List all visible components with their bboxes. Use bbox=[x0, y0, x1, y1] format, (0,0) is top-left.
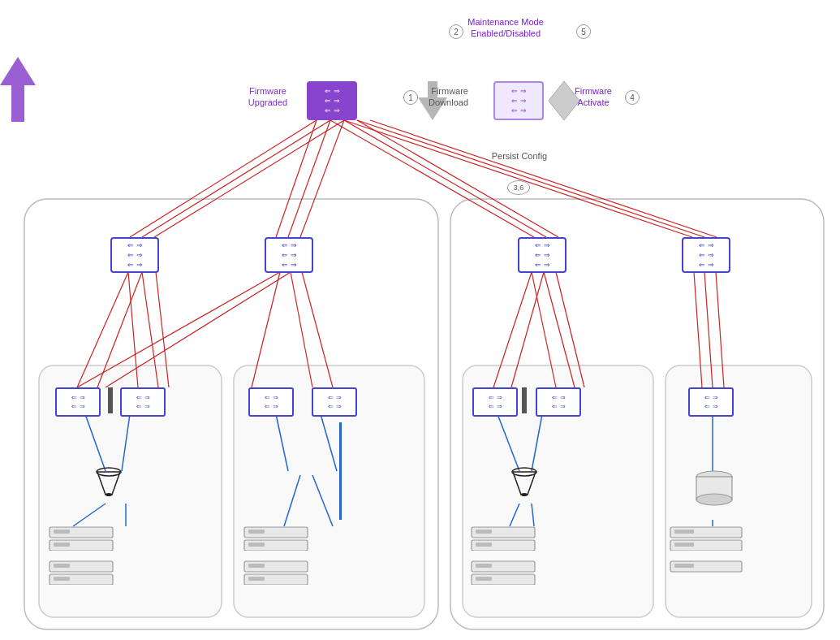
svg-line-24 bbox=[106, 272, 291, 387]
svg-line-20 bbox=[128, 272, 138, 387]
svg-line-37 bbox=[122, 414, 130, 471]
funnel-left-1 bbox=[96, 467, 122, 501]
svg-line-33 bbox=[694, 272, 702, 387]
svg-rect-64 bbox=[54, 564, 70, 568]
svg-rect-62 bbox=[54, 543, 70, 547]
svg-line-40 bbox=[276, 414, 288, 471]
step-4-badge: 4 bbox=[625, 90, 640, 105]
svg-line-42 bbox=[284, 475, 300, 526]
storage-left-2b bbox=[243, 560, 308, 588]
storage-right-2a bbox=[670, 526, 743, 554]
svg-rect-94 bbox=[674, 564, 694, 568]
left-inner-switch-2b: ⇐⇒ ⇐⇒ bbox=[312, 387, 357, 417]
firmware-upgraded-label: Firmware Upgraded bbox=[231, 85, 304, 109]
storage-left-1a bbox=[49, 526, 114, 554]
svg-line-21 bbox=[142, 272, 158, 387]
left-inner-switch-1a: ⇐⇒ ⇐⇒ bbox=[55, 387, 101, 417]
svg-rect-68 bbox=[248, 530, 265, 534]
svg-rect-83 bbox=[476, 564, 492, 568]
svg-line-10 bbox=[288, 120, 330, 237]
svg-line-44 bbox=[498, 414, 519, 471]
firmware-upgraded-arrow bbox=[0, 57, 36, 125]
svg-rect-85 bbox=[476, 577, 492, 581]
firmware-activate-label: Firmware Activate bbox=[561, 85, 626, 109]
svg-line-32 bbox=[556, 272, 584, 387]
svg-line-23 bbox=[77, 272, 280, 387]
left-fabric-switch-1: ⇐⇒ ⇐⇒ ⇐⇒ bbox=[110, 237, 159, 273]
svg-line-14 bbox=[357, 120, 558, 237]
storage-left-2a bbox=[243, 526, 308, 554]
left-inner-switch-1b: ⇐⇒ ⇐⇒ bbox=[120, 387, 166, 417]
right-fabric-switch-1: ⇐⇒ ⇐⇒ ⇐⇒ bbox=[518, 237, 566, 273]
storage-right-1b bbox=[471, 560, 536, 588]
svg-line-9 bbox=[276, 120, 317, 237]
svg-rect-90 bbox=[674, 530, 694, 534]
svg-line-15 bbox=[344, 120, 692, 237]
svg-rect-50 bbox=[108, 387, 113, 413]
svg-line-34 bbox=[704, 272, 713, 387]
svg-line-12 bbox=[330, 120, 534, 237]
funnel-right-1 bbox=[511, 467, 537, 501]
svg-line-31 bbox=[544, 272, 575, 387]
svg-line-16 bbox=[357, 120, 704, 237]
svg-line-38 bbox=[73, 504, 106, 526]
svg-rect-72 bbox=[248, 564, 265, 568]
svg-line-8 bbox=[154, 120, 344, 237]
svg-line-25 bbox=[252, 272, 280, 387]
svg-line-30 bbox=[532, 272, 556, 387]
svg-line-11 bbox=[300, 120, 344, 237]
svg-rect-70 bbox=[248, 543, 265, 547]
svg-rect-92 bbox=[674, 543, 694, 547]
svg-line-47 bbox=[532, 504, 534, 526]
svg-line-35 bbox=[716, 272, 724, 387]
svg-line-45 bbox=[532, 414, 542, 471]
right-inner-switch-2-single: ⇐⇒ ⇐⇒ bbox=[688, 387, 734, 417]
svg-line-13 bbox=[344, 120, 546, 237]
top-main-switch: ⇐⇒ ⇐⇒ ⇐⇒ bbox=[307, 81, 357, 120]
right-inner-switch-1a: ⇐⇒ ⇐⇒ bbox=[472, 387, 518, 417]
svg-line-29 bbox=[511, 272, 544, 387]
svg-rect-60 bbox=[54, 530, 70, 534]
svg-rect-52 bbox=[522, 387, 527, 413]
svg-line-28 bbox=[493, 272, 532, 387]
svg-line-19 bbox=[97, 272, 142, 387]
step-5-badge: 5 bbox=[576, 24, 591, 39]
storage-left-1b bbox=[49, 560, 114, 588]
svg-rect-81 bbox=[476, 543, 492, 547]
storage-right-1a bbox=[471, 526, 536, 554]
svg-point-58 bbox=[106, 493, 112, 496]
left-inner-switch-2a: ⇐⇒ ⇐⇒ bbox=[248, 387, 294, 417]
maintenance-mode-label: Maintenance Mode Enabled/Disabled bbox=[461, 16, 550, 40]
firmware-activate-switch: ⇐⇒ ⇐⇒ ⇐⇒ bbox=[493, 81, 544, 120]
persist-config-label: Persist Config bbox=[487, 150, 552, 162]
svg-point-77 bbox=[521, 493, 528, 496]
svg-line-17 bbox=[370, 120, 717, 237]
right-fabric-switch-2: ⇐⇒ ⇐⇒ ⇐⇒ bbox=[682, 237, 730, 273]
left-fabric-switch-2: ⇐⇒ ⇐⇒ ⇐⇒ bbox=[265, 237, 313, 273]
svg-line-43 bbox=[312, 475, 333, 526]
diagram-canvas: Firmware Upgraded ⇐⇒ ⇐⇒ ⇐⇒ 2 Maintenance… bbox=[0, 0, 840, 640]
svg-point-88 bbox=[696, 494, 732, 505]
svg-line-46 bbox=[510, 504, 519, 526]
cable-left-2 bbox=[339, 422, 342, 520]
tape-library-icon bbox=[694, 467, 734, 515]
right-inner-switch-1b: ⇐⇒ ⇐⇒ bbox=[536, 387, 581, 417]
svg-rect-66 bbox=[54, 577, 70, 581]
svg-marker-53 bbox=[0, 57, 36, 122]
svg-line-27 bbox=[302, 272, 333, 387]
svg-line-18 bbox=[77, 272, 128, 387]
step-3-6-badge: 3,6 bbox=[507, 180, 530, 195]
firmware-download-label: Firmware Download bbox=[403, 85, 468, 109]
svg-line-6 bbox=[130, 120, 317, 237]
svg-line-36 bbox=[85, 414, 106, 471]
svg-line-26 bbox=[291, 272, 312, 387]
svg-line-7 bbox=[142, 120, 330, 237]
storage-right-2b bbox=[670, 560, 743, 588]
svg-line-22 bbox=[156, 272, 169, 387]
svg-line-41 bbox=[321, 414, 337, 471]
svg-rect-79 bbox=[476, 530, 492, 534]
svg-rect-74 bbox=[248, 577, 265, 581]
